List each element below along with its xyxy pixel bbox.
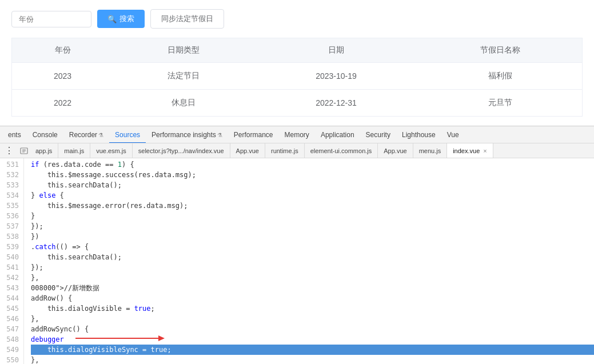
table-cell-name: 福利假 [419, 63, 583, 90]
devtools-tabs-bar: entsConsoleRecorder⚗SourcesPerformance i… [0, 126, 594, 143]
line-number: 544 [0, 293, 19, 303]
code-line: } else { [31, 190, 594, 201]
line-numbers: 5315325335345355365375385395405415425435… [0, 158, 24, 364]
file-tab-label: vue.esm.js [96, 143, 126, 158]
line-number: 540 [0, 252, 19, 262]
line-number: 532 [0, 170, 19, 180]
code-line: 008000">//新增数据 [31, 283, 594, 293]
code-content[interactable]: if (res.data.code == 1) { this.$message.… [24, 158, 594, 364]
col-header-type: 日期类型 [113, 38, 253, 63]
file-tab-app-js[interactable]: app.js [30, 143, 58, 158]
file-tab-app-vue[interactable]: App.vue [230, 143, 265, 158]
table-header-row: 年份 日期类型 日期 节假日名称 [12, 38, 583, 63]
code-line: }); [31, 221, 594, 231]
code-line: this.dialogVisible = true; [31, 303, 594, 314]
line-number: 543 [0, 283, 19, 293]
line-number: 535 [0, 201, 19, 211]
file-tab-index-vue[interactable]: index.vue× [447, 143, 493, 158]
table-cell-date: 2022-12-31 [254, 90, 419, 117]
file-tab-label: element-ui.common.js [310, 143, 372, 158]
table-cell-type: 休息日 [113, 90, 253, 117]
code-line: this.searchData(); [31, 180, 594, 190]
table-cell-year: 2022 [12, 90, 114, 117]
code-line: this.searchData(); [31, 252, 594, 262]
devtools-tab-console[interactable]: Console [27, 126, 63, 143]
line-number: 547 [0, 324, 19, 334]
line-number: 533 [0, 180, 19, 190]
file-tab-label: main.js [64, 143, 84, 158]
devtools-tab-ents[interactable]: ents [2, 126, 27, 143]
file-tab-menu-js[interactable]: menu.js [413, 143, 448, 158]
line-number: 545 [0, 303, 19, 314]
table-cell-date: 2023-10-19 [254, 63, 419, 90]
file-tab-label: runtime.js [271, 143, 298, 158]
file-tab-vue-esm-js[interactable]: vue.esm.js [90, 143, 133, 158]
toolbar: 🔍 搜索 同步法定节假日 [11, 9, 583, 29]
sync-button[interactable]: 同步法定节假日 [150, 9, 224, 29]
source-icon [18, 143, 30, 158]
devtools-tab-performance[interactable]: Performance [228, 126, 279, 143]
line-number: 548 [0, 334, 19, 345]
code-line: addRowSync() { [31, 324, 594, 334]
code-line: }, [31, 314, 594, 324]
search-icon: 🔍 [107, 15, 117, 23]
file-tab-element-ui-common-js[interactable]: element-ui.common.js [305, 143, 378, 158]
dots-menu-button[interactable]: ⋮ [0, 143, 18, 158]
svg-marker-5 [158, 335, 165, 341]
file-tab-runtime-js[interactable]: runtime.js [265, 143, 305, 158]
col-header-date: 日期 [254, 38, 419, 63]
devtools-tab-lighthouse[interactable]: Lighthouse [396, 126, 441, 143]
line-number: 539 [0, 242, 19, 252]
code-line: }, [31, 355, 594, 364]
devtools: entsConsoleRecorder⚗SourcesPerformance i… [0, 126, 594, 364]
code-line: }); [31, 262, 594, 273]
line-number: 542 [0, 273, 19, 283]
code-line: }) [31, 231, 594, 242]
line-number: 531 [0, 159, 19, 170]
devtools-tab-application[interactable]: Application [315, 126, 360, 143]
data-table: 年份 日期类型 日期 节假日名称 2023法定节日2023-10-19福利假20… [11, 38, 583, 117]
file-tab-label: selector.js?typ.../nav/index.vue [138, 143, 224, 158]
search-button[interactable]: 🔍 搜索 [97, 10, 145, 28]
arrow-indicator [75, 334, 167, 346]
table-row: 2023法定节日2023-10-19福利假 [12, 63, 583, 90]
code-line: } [31, 211, 594, 221]
devtools-tab-performance-insights[interactable]: Performance insights⚗ [146, 126, 228, 143]
file-tab-label: index.vue [453, 143, 480, 158]
line-number: 546 [0, 314, 19, 324]
code-line: this.dialogVisibleSync = true; [31, 345, 594, 355]
col-header-name: 节假日名称 [419, 38, 583, 63]
file-tab-label: App.vue [236, 143, 259, 158]
devtools-tab-sources[interactable]: Sources [109, 126, 146, 143]
search-label: 搜索 [119, 14, 134, 24]
col-header-year: 年份 [12, 38, 114, 63]
line-number: 534 [0, 190, 19, 201]
table-cell-name: 元旦节 [419, 90, 583, 117]
line-number: 541 [0, 262, 19, 273]
line-number: 538 [0, 231, 19, 242]
line-number: 549 [0, 345, 19, 355]
file-tab-label: App.vue [384, 143, 406, 158]
sync-label: 同步法定节假日 [161, 14, 213, 23]
devtools-tab-vue[interactable]: Vue [441, 126, 465, 143]
file-tab-app-vue[interactable]: App.vue [378, 143, 413, 158]
code-line: addRow() { [31, 293, 594, 303]
code-line: this.$message.error(res.data.msg); [31, 201, 594, 211]
app-area: 🔍 搜索 同步法定节假日 年份 日期类型 日期 节假日名称 2023法定节日20… [0, 0, 594, 126]
file-tab-selector-js-typ----nav-index-vue[interactable]: selector.js?typ.../nav/index.vue [133, 143, 230, 158]
devtools-tab-memory[interactable]: Memory [279, 126, 315, 143]
line-number: 537 [0, 221, 19, 231]
devtools-tab-security[interactable]: Security [360, 126, 396, 143]
file-tabs-bar: ⋮ app.jsmain.jsvue.esm.jsselector.js?typ… [0, 143, 594, 158]
file-tab-label: app.js [35, 143, 52, 158]
code-line: debugger [31, 334, 594, 345]
file-tab-main-js[interactable]: main.js [58, 143, 90, 158]
year-input[interactable] [11, 11, 91, 27]
file-tab-close-icon[interactable]: × [483, 143, 487, 158]
table-cell-year: 2023 [12, 63, 114, 90]
code-line: if (res.data.code == 1) { [31, 159, 594, 170]
table-row: 2022休息日2022-12-31元旦节 [12, 90, 583, 117]
devtools-tab-recorder[interactable]: Recorder⚗ [63, 126, 109, 143]
line-number: 550 [0, 355, 19, 364]
code-line: this.$message.success(res.data.msg); [31, 170, 594, 180]
